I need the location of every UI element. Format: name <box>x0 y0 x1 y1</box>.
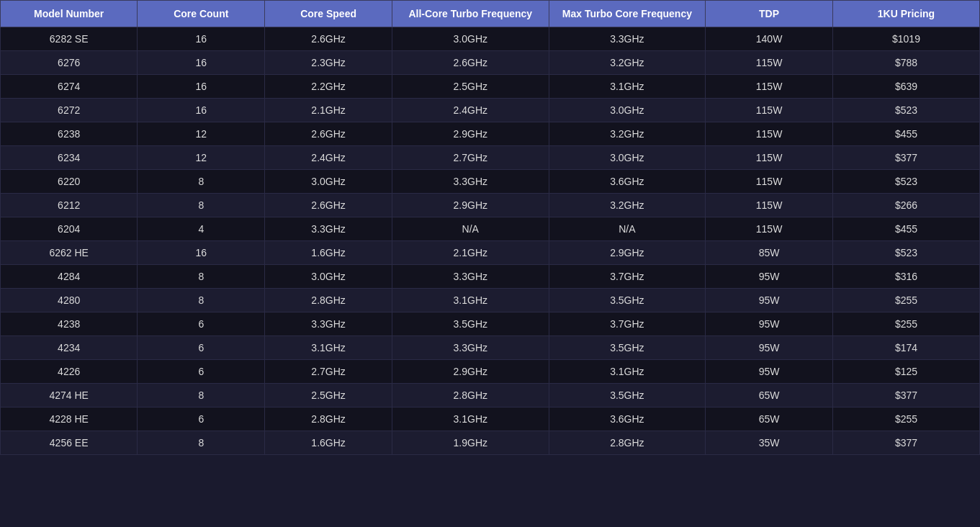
table-row: 4228 HE62.8GHz3.1GHz3.6GHz65W$255 <box>1 407 980 431</box>
header-model: Model Number <box>1 1 138 27</box>
core-count: 16 <box>138 241 265 265</box>
table-row: 6276162.3GHz2.6GHz3.2GHz115W$788 <box>1 51 980 75</box>
pricing: $255 <box>832 289 979 312</box>
table-row: 428082.8GHz3.1GHz3.5GHz95W$255 <box>1 289 980 312</box>
tdp: 95W <box>706 336 833 360</box>
allcore-turbo-freq: 2.9GHz <box>392 360 549 384</box>
table-row: 6262 HE161.6GHz2.1GHz2.9GHz85W$523 <box>1 241 980 265</box>
max-turbo-freq: 3.5GHz <box>549 384 706 407</box>
core-speed: 3.3GHz <box>265 217 392 241</box>
core-count: 6 <box>138 360 265 384</box>
max-turbo-freq: 3.0GHz <box>549 99 706 122</box>
core-count: 8 <box>138 431 265 455</box>
tdp: 95W <box>706 312 833 336</box>
allcore-turbo-freq: 3.3GHz <box>392 336 549 360</box>
tdp: 95W <box>706 289 833 312</box>
tdp: 65W <box>706 407 833 431</box>
max-turbo-freq: N/A <box>549 217 706 241</box>
pricing: $523 <box>832 170 979 194</box>
model-number: 6234 <box>1 146 138 170</box>
pricing: $125 <box>832 360 979 384</box>
tdp: 115W <box>706 170 833 194</box>
tdp: 115W <box>706 122 833 146</box>
pricing: $316 <box>832 265 979 289</box>
core-speed: 3.0GHz <box>265 265 392 289</box>
pricing: $377 <box>832 431 979 455</box>
core-speed: 1.6GHz <box>265 431 392 455</box>
core-speed: 3.3GHz <box>265 312 392 336</box>
core-count: 4 <box>138 217 265 241</box>
tdp: 115W <box>706 146 833 170</box>
pricing: $455 <box>832 122 979 146</box>
max-turbo-freq: 3.2GHz <box>549 51 706 75</box>
pricing: $523 <box>832 241 979 265</box>
model-number: 4234 <box>1 336 138 360</box>
model-number: 6282 SE <box>1 27 138 51</box>
pricing: $1019 <box>832 27 979 51</box>
core-speed: 2.8GHz <box>265 407 392 431</box>
tdp: 140W <box>706 27 833 51</box>
table-row: 622083.0GHz3.3GHz3.6GHz115W$523 <box>1 170 980 194</box>
max-turbo-freq: 3.1GHz <box>549 75 706 99</box>
core-speed: 2.3GHz <box>265 51 392 75</box>
processor-comparison-table: Model Number Core Count Core Speed All-C… <box>0 0 980 455</box>
core-count: 8 <box>138 170 265 194</box>
allcore-turbo-freq: 2.9GHz <box>392 122 549 146</box>
table-row: 620443.3GHzN/AN/A115W$455 <box>1 217 980 241</box>
max-turbo-freq: 3.5GHz <box>549 336 706 360</box>
allcore-turbo-freq: 3.5GHz <box>392 312 549 336</box>
tdp: 115W <box>706 217 833 241</box>
model-number: 6204 <box>1 217 138 241</box>
core-count: 6 <box>138 407 265 431</box>
allcore-turbo-freq: 2.1GHz <box>392 241 549 265</box>
max-turbo-freq: 3.3GHz <box>549 27 706 51</box>
model-number: 6238 <box>1 122 138 146</box>
table-row: 4256 EE81.6GHz1.9GHz2.8GHz35W$377 <box>1 431 980 455</box>
core-speed: 2.6GHz <box>265 194 392 217</box>
pricing: $377 <box>832 384 979 407</box>
pricing: $639 <box>832 75 979 99</box>
core-speed: 2.1GHz <box>265 99 392 122</box>
max-turbo-freq: 3.6GHz <box>549 407 706 431</box>
core-count: 16 <box>138 75 265 99</box>
pricing: $266 <box>832 194 979 217</box>
model-number: 6220 <box>1 170 138 194</box>
table-row: 6238122.6GHz2.9GHz3.2GHz115W$455 <box>1 122 980 146</box>
table-row: 621282.6GHz2.9GHz3.2GHz115W$266 <box>1 194 980 217</box>
core-count: 12 <box>138 122 265 146</box>
max-turbo-freq: 3.7GHz <box>549 265 706 289</box>
max-turbo-freq: 3.2GHz <box>549 122 706 146</box>
max-turbo-freq: 3.1GHz <box>549 360 706 384</box>
header-core-count: Core Count <box>138 1 265 27</box>
tdp: 85W <box>706 241 833 265</box>
table-row: 6272162.1GHz2.4GHz3.0GHz115W$523 <box>1 99 980 122</box>
core-count: 8 <box>138 194 265 217</box>
allcore-turbo-freq: 3.3GHz <box>392 170 549 194</box>
header-core-speed: Core Speed <box>265 1 392 27</box>
model-number: 4280 <box>1 289 138 312</box>
table-row: 4274 HE82.5GHz2.8GHz3.5GHz65W$377 <box>1 384 980 407</box>
model-number: 6276 <box>1 51 138 75</box>
core-count: 16 <box>138 99 265 122</box>
allcore-turbo-freq: 3.0GHz <box>392 27 549 51</box>
pricing: $455 <box>832 217 979 241</box>
allcore-turbo-freq: 2.4GHz <box>392 99 549 122</box>
tdp: 115W <box>706 75 833 99</box>
pricing: $255 <box>832 407 979 431</box>
allcore-turbo-freq: 2.6GHz <box>392 51 549 75</box>
max-turbo-freq: 3.5GHz <box>549 289 706 312</box>
allcore-turbo-freq: 3.1GHz <box>392 289 549 312</box>
tdp: 115W <box>706 194 833 217</box>
core-speed: 2.2GHz <box>265 75 392 99</box>
core-count: 8 <box>138 384 265 407</box>
core-count: 16 <box>138 51 265 75</box>
max-turbo-freq: 3.7GHz <box>549 312 706 336</box>
allcore-turbo-freq: N/A <box>392 217 549 241</box>
tdp: 115W <box>706 51 833 75</box>
allcore-turbo-freq: 2.9GHz <box>392 194 549 217</box>
header-max-turbo: Max Turbo Core Frequency <box>549 1 706 27</box>
table-row: 428483.0GHz3.3GHz3.7GHz95W$316 <box>1 265 980 289</box>
core-speed: 2.5GHz <box>265 384 392 407</box>
allcore-turbo-freq: 1.9GHz <box>392 431 549 455</box>
max-turbo-freq: 3.0GHz <box>549 146 706 170</box>
